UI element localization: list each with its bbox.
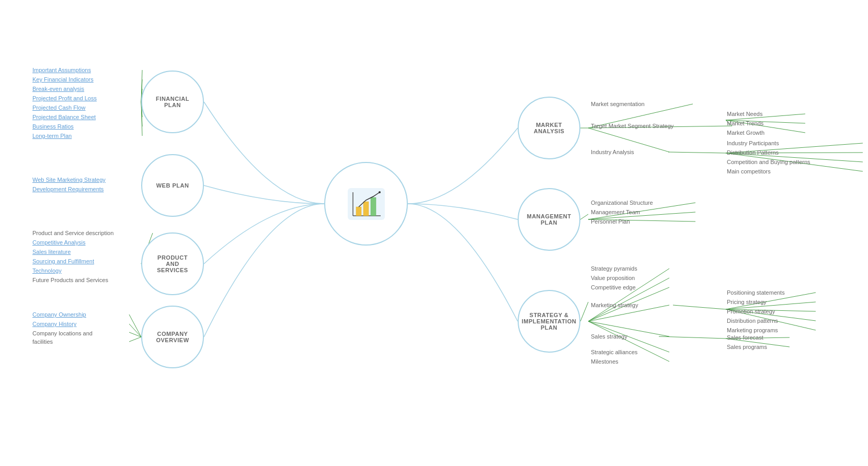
svg-rect-63 <box>371 197 376 216</box>
ps-item-2: Competitive Analysis <box>32 239 86 246</box>
svg-line-21 <box>129 324 141 337</box>
product-services-label: PRODUCTANDSERVICES <box>157 254 188 273</box>
fp-item-1: Important Assumptions <box>32 67 91 73</box>
management-plan-node: MANAGEMENTPLAN <box>518 188 580 251</box>
sp-item-3: Competitive edge <box>591 284 636 290</box>
ps-item-4: Sourcing and Fulfillment <box>32 258 94 264</box>
co-item-3: Company locations and <box>32 330 93 336</box>
company-overview-node: COMPANYOVERVIEW <box>141 306 204 368</box>
wp-item-1: Web Site Marketing Strategy <box>32 177 106 183</box>
svg-line-48 <box>588 321 669 362</box>
svg-line-36 <box>668 152 726 153</box>
ma-ind-1: Industry Participants <box>727 140 779 146</box>
ma-ind-3: Competition and Buying patterns <box>727 159 810 165</box>
strategy-plan-label: STRATEGY &IMPLEMENTATIONPLAN <box>522 312 576 331</box>
center-node <box>324 162 408 246</box>
sp-item-6: Strategic alliances <box>591 349 637 355</box>
sp-item-2: Value proposition <box>591 275 635 281</box>
co-item-1: Company Ownership <box>32 311 86 318</box>
fp-item-2: Key Financial Indicators <box>32 76 94 83</box>
svg-line-57 <box>659 336 726 339</box>
ma-item-2: Target Market Segment Strategy <box>591 123 673 129</box>
svg-line-23 <box>129 337 141 342</box>
mp-item-2: Management Team <box>591 209 640 215</box>
sp-mkt-3: Promotion strategy <box>727 308 775 314</box>
product-services-node: PRODUCTANDSERVICES <box>141 232 204 295</box>
sp-sales-2: Sales programs <box>727 344 767 350</box>
sp-mkt-5: Marketing programs <box>727 327 778 333</box>
ma-ind-4: Main competitors <box>727 168 771 174</box>
fp-item-8: Long-term Plan <box>32 133 72 139</box>
web-plan-label: WEB PLAN <box>156 182 189 189</box>
mp-item-3: Personnel Plan <box>591 218 630 225</box>
mp-item-1: Organizational Structure <box>591 200 653 206</box>
sp-sales-1: Sales forecast <box>727 334 763 341</box>
sp-item-1: Strategy pyramids <box>591 265 637 272</box>
ma-item-3: Industry Analysis <box>591 149 634 155</box>
sp-mkt-1: Positioning statements <box>727 289 785 296</box>
fp-item-5: Projected Cash Flow <box>32 104 86 111</box>
ma-ind-2: Distribution Patterns <box>727 149 779 156</box>
svg-line-54 <box>673 305 726 309</box>
ps-item-6: Future Products and Services <box>32 277 108 283</box>
svg-rect-61 <box>356 207 361 216</box>
fp-item-3: Break-even analysis <box>32 86 84 92</box>
svg-line-20 <box>129 314 141 337</box>
svg-line-22 <box>129 332 141 337</box>
sp-item-5: Sales strategy <box>591 333 627 340</box>
co-item-2: Company History <box>32 321 76 327</box>
svg-line-41 <box>580 302 588 321</box>
chart-icon <box>347 187 386 221</box>
svg-rect-62 <box>363 202 369 216</box>
market-analysis-label: MARKETANALYSIS <box>534 122 565 134</box>
ma-sub-3: Market Growth <box>727 130 764 136</box>
management-plan-label: MANAGEMENTPLAN <box>527 213 571 226</box>
financial-plan-node: FINANCIALPLAN <box>141 71 204 133</box>
sp-item-7: Milestones <box>591 358 619 365</box>
ma-sub-2: Market Trends <box>727 120 763 126</box>
sp-mkt-2: Pricing strategy <box>727 299 767 305</box>
ma-item-1: Market segmentation <box>591 101 645 107</box>
sp-mkt-4: Distribution patterns <box>727 318 778 324</box>
svg-point-64 <box>379 191 381 193</box>
ps-item-5: Technology <box>32 267 62 274</box>
fp-item-7: Business Ratios <box>32 123 74 130</box>
fp-item-4: Projected Profit and Loss <box>32 95 97 101</box>
fp-item-6: Projected Balance Sheet <box>32 114 96 120</box>
sp-item-4: Marketing strategy <box>591 302 638 308</box>
web-plan-node: WEB PLAN <box>141 154 204 217</box>
market-analysis-node: MARKETANALYSIS <box>518 97 580 159</box>
svg-line-37 <box>580 214 588 219</box>
ps-item-3: Sales literature <box>32 249 71 255</box>
ma-sub-1: Market Needs <box>727 111 762 117</box>
company-overview-label: COMPANYOVERVIEW <box>156 331 189 343</box>
ps-item-1: Product and Service description <box>32 230 113 236</box>
wp-item-2: Development Requirements <box>32 186 104 192</box>
strategy-plan-node: STRATEGY &IMPLEMENTATIONPLAN <box>518 290 580 353</box>
financial-plan-label: FINANCIALPLAN <box>156 96 189 108</box>
co-item-4: facilities <box>32 339 53 345</box>
